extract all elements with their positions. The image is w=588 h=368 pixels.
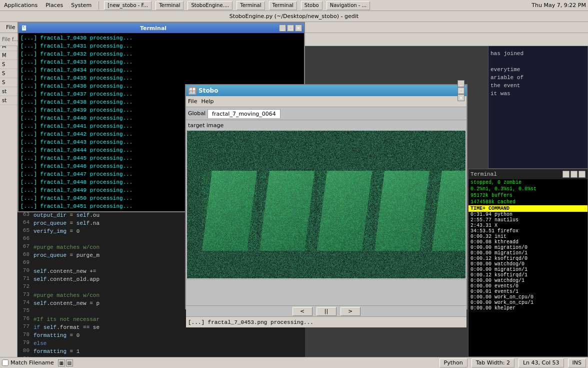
taskbar-terminal-3[interactable]: Terminal	[269, 1, 297, 10]
stobo-minimize[interactable]: _	[458, 80, 464, 87]
terminal-line: [...] fractal_7_0430 processing...	[20, 34, 302, 42]
stobo-maximize[interactable]: □	[458, 87, 464, 94]
fb-item-7[interactable]: st	[0, 87, 17, 96]
stobo-status-bar: [...] fractal_7_0453.png processing...	[186, 316, 466, 327]
chat-line: it was	[490, 91, 586, 97]
sys-process: 2:43.31 X	[468, 223, 588, 228]
taskbar-navigation[interactable]: Navigation - ...	[326, 1, 370, 10]
taskbar-terminal-2[interactable]: Terminal	[236, 1, 264, 10]
stobo-title-bar: 🪟 Stobo _ □ ×	[186, 85, 466, 96]
gedit-title: StoboEngine.py (~/Desktop/new_stobo) - g…	[0, 11, 588, 22]
system-bar: Applications Places System [new_stobo - …	[0, 0, 588, 11]
stobo-close[interactable]: ×	[458, 94, 464, 101]
stobo-tab-filename[interactable]: fractal_7_moving_0064	[208, 109, 280, 118]
chat-line: ariable of	[490, 75, 586, 81]
sys-process: 0:00.32 init	[468, 234, 588, 239]
sys-process: 0:00.01 events/1	[468, 289, 588, 294]
fb-item-5[interactable]: S	[0, 69, 17, 78]
match-filename-checkbox[interactable]	[2, 359, 8, 366]
sys-monitor-win-buttons: _ □ ×	[562, 171, 586, 178]
status-icon-2[interactable]: ▤	[66, 359, 73, 366]
taskbar-stoboengine[interactable]: StoboEngine....	[188, 1, 232, 10]
fb-item-6[interactable]: S	[0, 78, 17, 87]
status-icon-1[interactable]: ▦	[58, 359, 65, 366]
terminal-maximize[interactable]: □	[287, 25, 294, 32]
system-clock: Thu May 7, 9:22 PM	[532, 2, 586, 9]
stobo-target-label-bar: target image	[186, 120, 466, 130]
stobo-canvas	[187, 131, 466, 278]
sys-process: 0:00.12 ksoftirqd/1	[468, 272, 588, 278]
right-panel-content: 3 lines? Us has joined everytime ariable…	[488, 33, 588, 168]
stobo-global-label: Global	[188, 110, 206, 117]
stobo-prev-button[interactable]: <	[292, 307, 312, 316]
status-line-col: Ln 43, Col 53	[518, 358, 564, 367]
places-menu[interactable]: Places	[44, 1, 65, 10]
sys-process: 0:00.08 kthreadd	[468, 239, 588, 245]
chat-line: has joined	[490, 51, 586, 57]
sys-process: 0:00.00 khelper	[468, 305, 588, 311]
status-python: Python	[440, 358, 468, 367]
fb-item-3[interactable]: M	[0, 51, 17, 60]
match-filename-label: Match Filename	[10, 359, 54, 366]
file-label: File f...	[2, 37, 18, 42]
terminal-line: [...] fractal_7_0434 processing...	[20, 66, 302, 74]
terminal-title-bar: 🖥 Terminal _ □ ×	[18, 23, 304, 33]
fb-item-8[interactable]: st	[0, 96, 17, 105]
stobo-pause-button[interactable]: ||	[316, 307, 336, 316]
sysmon-maximize[interactable]: □	[570, 171, 578, 178]
taskbar-new-stobo[interactable]: [new_stobo - F...	[104, 1, 152, 10]
sys-monitor-window: Terminal _ □ × stopped, 0 zombie 0.2%ni,…	[468, 169, 588, 357]
stobo-menu-file[interactable]: File	[188, 98, 197, 105]
sys-process: 0:00.12 ksoftirqd/0	[468, 256, 588, 261]
system-menu[interactable]: System	[69, 1, 94, 10]
sysmon-close[interactable]: ×	[578, 171, 586, 178]
sys-process: 0:00.00 migration/0	[468, 245, 588, 250]
chat-line: the event	[490, 83, 586, 89]
status-tab-width: Tab Width: 2	[472, 358, 514, 367]
sys-line: 1474588k cached	[468, 199, 588, 205]
stobo-toolbar: Global fractal_7_moving_0064	[186, 107, 466, 120]
terminal-line: [...] fractal_7_0435 processing...	[20, 74, 302, 82]
terminal-icon: 🖥	[20, 24, 28, 32]
sys-process: 0:00.00 watchdog/0	[468, 261, 588, 267]
sys-process: 0:00.00 work_on_cpu/1	[468, 300, 588, 305]
sys-line: stopped, 0 zombie	[468, 179, 588, 186]
fb-item-4[interactable]: S	[0, 60, 17, 69]
stobo-status-text: [...] fractal_7_0453.png processing...	[188, 319, 314, 325]
stobo-menu-bar: File Help	[186, 96, 466, 107]
file-browser: M M M S S S st st	[0, 33, 18, 357]
stobo-next-button[interactable]: >	[340, 307, 360, 316]
status-right: Python Tab Width: 2 Ln 43, Col 53 INS	[440, 358, 586, 367]
status-bar: Match Filename ▦ ▤ Python Tab Width: 2 L…	[0, 357, 588, 368]
terminal-minimize[interactable]: _	[279, 25, 286, 32]
sys-process: 0:00.00 work_on_cpu/0	[468, 294, 588, 300]
gedit-menu-file[interactable]: File	[2, 23, 19, 32]
sys-monitor-label: Terminal	[470, 171, 497, 177]
terminal-close[interactable]: ×	[295, 25, 302, 32]
sys-process: 0:00.00 watchdog/1	[468, 278, 588, 283]
stobo-nav-bar: < || >	[186, 305, 466, 316]
taskbar-terminal-1[interactable]: Terminal	[156, 1, 184, 10]
applications-menu[interactable]: Applications	[2, 1, 40, 10]
sys-process: 0:00.00 events/0	[468, 283, 588, 289]
terminal-line: [...] fractal_7_0432 processing...	[20, 50, 302, 58]
chat-line: everytime	[490, 67, 586, 73]
status-insert: INS	[568, 358, 586, 367]
sys-monitor-title: Terminal _ □ ×	[468, 169, 588, 179]
sys-monitor-content: stopped, 0 zombie 0.2%ni, 0.3%si, 0.0%st…	[468, 179, 588, 311]
stobo-below-canvas	[186, 279, 466, 305]
sys-process: 0:31.94 python	[468, 212, 588, 217]
sys-header: TIME+ COMMAND	[468, 205, 588, 212]
stobo-target-label: target image	[188, 122, 224, 129]
status-icons: ▦ ▤	[58, 359, 73, 366]
terminal-title: Terminal	[140, 25, 166, 32]
sysmon-minimize[interactable]: _	[562, 171, 570, 178]
sys-line: 0.2%ni, 0.3%si, 0.0%st	[468, 186, 588, 192]
terminal-win-buttons: _ □ ×	[279, 25, 302, 32]
stobo-icon: 🪟	[188, 87, 196, 95]
chat-line	[490, 59, 586, 65]
stobo-menu-help[interactable]: Help	[201, 98, 214, 105]
stobo-win-buttons: _ □ ×	[458, 80, 464, 101]
match-filename-area: Match Filename	[2, 359, 54, 366]
taskbar-stobo[interactable]: Stobo	[301, 1, 322, 10]
